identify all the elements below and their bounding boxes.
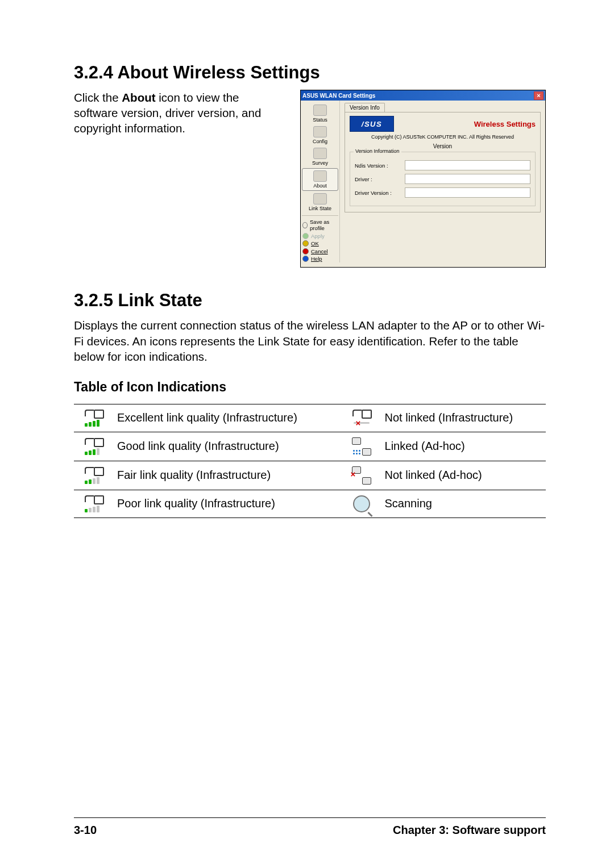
desc-linked-adhoc: Linked (Ad-hoc): [381, 432, 546, 461]
ndis-version-field: [405, 160, 530, 170]
version-box-title: Version Information: [354, 148, 401, 154]
sidebar-item-status[interactable]: Status: [301, 103, 339, 124]
heading-linkstate: 3.2.5 Link State: [74, 290, 546, 311]
sidebar-item-survey[interactable]: Survey: [301, 146, 339, 168]
apply-button: Apply: [301, 232, 339, 240]
about-intro-paragraph: Click the About icon to view the softwar…: [74, 90, 283, 136]
icon-not-linked-adhoc: ×: [342, 461, 381, 490]
sidebar-label: Status: [313, 117, 327, 123]
desc-fair: Fair link quality (Infrastructure): [114, 461, 342, 490]
desc-not-linked-infra: Not linked (Infrastructure): [381, 404, 546, 432]
btn-label: Apply: [311, 233, 325, 239]
driver-version-field: [405, 187, 530, 198]
icon-poor: [74, 490, 114, 518]
cancel-button[interactable]: Cancel: [301, 248, 339, 255]
icon-not-linked-infra: ×: [342, 404, 381, 432]
desc-excellent: Excellent link quality (Infrastructure): [114, 404, 342, 432]
wireless-settings-title: Wireless Settings: [474, 120, 536, 128]
btn-label: Cancel: [311, 248, 328, 254]
magnifier-icon: [353, 495, 370, 512]
icon-linked-adhoc: [342, 432, 381, 461]
driver-field: [405, 174, 530, 184]
icon-fair: [74, 461, 114, 490]
ndis-version-label: Ndis Version :: [355, 162, 400, 169]
sidebar-item-config[interactable]: Config: [301, 124, 339, 146]
document-page: 3.2.4 About Wireless Settings Click the …: [0, 0, 614, 868]
close-icon[interactable]: ×: [534, 91, 544, 100]
sidebar-label: Config: [313, 139, 327, 144]
icon-scanning: [342, 490, 381, 518]
version-info-box: Version Information Ndis Version : Drive…: [350, 152, 536, 206]
asus-logo: /SUS: [350, 116, 394, 132]
desc-good: Good link quality (Infrastructure): [114, 432, 342, 461]
table-row: Excellent link quality (Infrastructure) …: [74, 404, 546, 432]
version-panel: /SUS Wireless Settings Copyright (C) ASU…: [345, 112, 541, 212]
sidebar-item-about[interactable]: About: [302, 168, 338, 191]
screenshot-window: ASUS WLAN Card Settings × Status Config …: [300, 90, 546, 268]
page-footer: 3-10 Chapter 3: Software support: [74, 817, 546, 837]
copyright-text: Copyright (C) ASUSTeK COMPUTER INC. All …: [350, 134, 536, 140]
window-title: ASUS WLAN Card Settings: [302, 93, 375, 99]
intro-bold: About: [122, 91, 155, 104]
main-panel: Version Info /SUS Wireless Settings Copy…: [340, 101, 545, 262]
sidebar-label: About: [313, 183, 327, 189]
sidebar: Status Config Survey About Link State Sa…: [301, 101, 340, 262]
table-row: Fair link quality (Infrastructure) × Not…: [74, 461, 546, 490]
sidebar-label: Survey: [312, 160, 328, 166]
sidebar-label: Link State: [309, 206, 331, 211]
desc-poor: Poor link quality (Infrastructure): [114, 490, 342, 518]
save-as-profile-button[interactable]: Save as profile: [301, 218, 339, 232]
table-row: Good link quality (Infrastructure) Linke…: [74, 432, 546, 461]
btn-label: OK: [311, 240, 319, 247]
sidebar-buttons: Save as profile Apply OK Cancel Help: [301, 218, 339, 262]
intro-prefix: Click the: [74, 91, 122, 104]
heading-about: 3.2.4 About Wireless Settings: [74, 62, 546, 83]
icon-indications-table: Excellent link quality (Infrastructure) …: [74, 404, 546, 518]
tab-version-info[interactable]: Version Info: [345, 103, 385, 112]
chapter-label: Chapter 3: Software support: [393, 824, 546, 837]
desc-not-linked-adhoc: Not linked (Ad-hoc): [381, 461, 546, 490]
about-row: Click the About icon to view the softwar…: [74, 90, 546, 268]
icon-good: [74, 432, 114, 461]
window-titlebar: ASUS WLAN Card Settings ×: [301, 90, 545, 101]
driver-label: Driver :: [355, 176, 400, 182]
driver-version-label: Driver Version :: [355, 190, 400, 196]
icon-excellent: [74, 404, 114, 432]
desc-scanning: Scanning: [381, 490, 546, 518]
page-number: 3-10: [74, 824, 97, 837]
sidebar-item-linkstate[interactable]: Link State: [301, 191, 339, 213]
linkstate-paragraph: Displays the current connection status o…: [74, 318, 546, 364]
heading-icon-table: Table of Icon Indications: [74, 379, 546, 395]
help-button[interactable]: Help: [301, 255, 339, 262]
ok-button[interactable]: OK: [301, 240, 339, 247]
btn-label: Help: [311, 256, 322, 262]
btn-label: Save as profile: [310, 219, 338, 232]
table-row: Poor link quality (Infrastructure) Scann…: [74, 490, 546, 518]
